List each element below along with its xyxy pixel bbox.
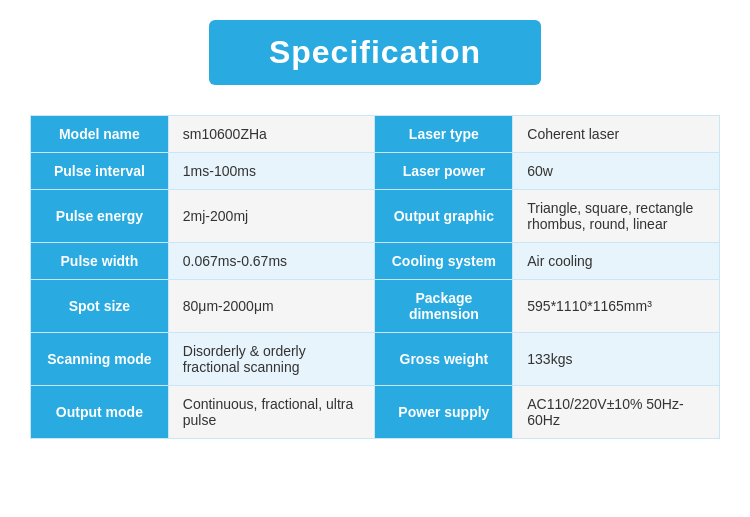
right-value-0: Coherent laser	[513, 116, 720, 153]
right-label-5: Gross weight	[375, 333, 513, 386]
left-label-4: Spot size	[31, 280, 169, 333]
left-value-0: sm10600ZHa	[168, 116, 375, 153]
left-value-4: 80μm-2000μm	[168, 280, 375, 333]
right-label-0: Laser type	[375, 116, 513, 153]
right-label-4: Package dimension	[375, 280, 513, 333]
page-title: Specification	[209, 20, 541, 85]
specification-table: Model namesm10600ZHaLaser typeCoherent l…	[30, 115, 720, 439]
left-label-0: Model name	[31, 116, 169, 153]
right-label-1: Laser power	[375, 153, 513, 190]
left-label-1: Pulse interval	[31, 153, 169, 190]
left-value-3: 0.067ms-0.67ms	[168, 243, 375, 280]
left-label-2: Pulse energy	[31, 190, 169, 243]
left-value-5: Disorderly & orderly fractional scanning	[168, 333, 375, 386]
right-label-6: Power supply	[375, 386, 513, 439]
left-value-6: Continuous, fractional, ultra pulse	[168, 386, 375, 439]
right-value-4: 595*1110*1165mm³	[513, 280, 720, 333]
left-label-3: Pulse width	[31, 243, 169, 280]
left-value-1: 1ms-100ms	[168, 153, 375, 190]
right-label-2: Output graphic	[375, 190, 513, 243]
right-value-3: Air cooling	[513, 243, 720, 280]
right-value-5: 133kgs	[513, 333, 720, 386]
left-label-6: Output mode	[31, 386, 169, 439]
left-label-5: Scanning mode	[31, 333, 169, 386]
right-value-1: 60w	[513, 153, 720, 190]
right-value-6: AC110/220V±10% 50Hz-60Hz	[513, 386, 720, 439]
left-value-2: 2mj-200mj	[168, 190, 375, 243]
right-label-3: Cooling system	[375, 243, 513, 280]
right-value-2: Triangle, square, rectangle rhombus, rou…	[513, 190, 720, 243]
